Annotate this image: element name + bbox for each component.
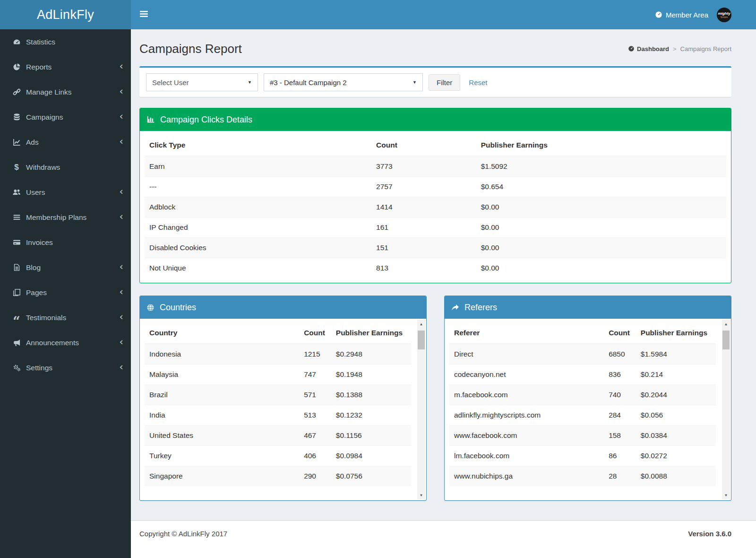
table-cell: Not Unique <box>145 258 371 279</box>
sidebar-item-withdraws[interactable]: $ Withdraws <box>0 155 131 180</box>
table-row: IP Changed161$0.00 <box>145 218 726 238</box>
scroll-up-arrow[interactable]: ▲ <box>722 320 730 328</box>
table-cell: $0.1948 <box>331 365 411 385</box>
bullhorn-icon <box>11 339 22 347</box>
avatar[interactable]: mighty Scripts <box>717 8 731 22</box>
table-row: ---2757$0.654 <box>145 177 726 197</box>
chevron-left-icon: ‹ <box>120 112 123 122</box>
sidebar-item-membership-plans[interactable]: Membership Plans ‹ <box>0 205 131 230</box>
breadcrumb-dashboard-link[interactable]: Dashboard <box>628 45 669 52</box>
table-row: Malaysia747$0.1948 <box>145 365 411 385</box>
copyright-text: Copyright © AdLinkFly 2017 <box>139 530 227 558</box>
sidebar-item-label: Invoices <box>26 238 123 247</box>
table-cell: 6850 <box>604 344 636 365</box>
table-cell: $0.2044 <box>636 385 716 405</box>
campaign-select[interactable]: #3 - Default Campaign 2 ▼ <box>264 73 423 91</box>
table-cell: $1.5984 <box>636 344 716 365</box>
user-select-value: Select User <box>152 78 189 87</box>
breadcrumb-current: Campaigns Report <box>680 45 731 52</box>
table-cell: 290 <box>299 466 331 487</box>
sidebar-item-users[interactable]: Users ‹ <box>0 180 131 205</box>
hamburger-icon <box>140 10 148 19</box>
table-cell: 3773 <box>371 156 476 177</box>
filter-button[interactable]: Filter <box>429 74 460 91</box>
scroll-up-arrow[interactable]: ▲ <box>417 320 425 328</box>
share-arrow-icon <box>451 304 459 312</box>
scroll-down-arrow[interactable]: ▼ <box>722 491 730 499</box>
sidebar-item-manage-links[interactable]: Manage Links ‹ <box>0 79 131 105</box>
table-row: Singapore290$0.0756 <box>145 466 411 487</box>
member-area-link[interactable]: Member Area <box>655 11 708 19</box>
table-cell: $0.0088 <box>636 466 716 487</box>
table-cell: $0.0756 <box>331 466 411 487</box>
chevron-left-icon: ‹ <box>120 362 123 372</box>
sidebar-item-settings[interactable]: Settings ‹ <box>0 355 131 380</box>
table-cell: 284 <box>604 405 636 426</box>
sidebar-item-statistics[interactable]: Statistics <box>0 29 131 54</box>
table-row: Indonesia1215$0.2948 <box>145 344 411 365</box>
table-row: India513$0.1232 <box>145 405 411 426</box>
caret-down-icon: ▼ <box>248 80 252 85</box>
table-header-row: Click Type Count Publisher Earnings <box>145 135 726 156</box>
table-cell: Turkey <box>145 446 299 466</box>
column-header: Publisher Earnings <box>636 323 716 344</box>
database-icon <box>11 113 22 121</box>
chevron-left-icon: ‹ <box>120 87 123 96</box>
chevron-left-icon: ‹ <box>120 187 123 197</box>
scroll-down-arrow[interactable]: ▼ <box>417 491 425 499</box>
gauge-icon <box>655 11 662 18</box>
sidebar-item-announcements[interactable]: Announcements ‹ <box>0 330 131 355</box>
sidebar-item-ads[interactable]: Ads ‹ <box>0 130 131 155</box>
table-cell: 86 <box>604 446 636 466</box>
column-header: Publisher Earnings <box>476 135 726 156</box>
footer: Copyright © AdLinkFly 2017 Version 3.6.0 <box>131 520 756 558</box>
sidebar-item-label: Reports <box>26 63 120 71</box>
bar-chart-icon <box>146 115 155 124</box>
gauge-icon <box>628 45 635 52</box>
sidebar-item-reports[interactable]: Reports ‹ <box>0 54 131 79</box>
sidebar-toggle-button[interactable] <box>131 0 157 29</box>
sidebar-item-blog[interactable]: Blog ‹ <box>0 255 131 280</box>
sidebar-item-label: Announcements <box>26 339 120 347</box>
table-cell: 836 <box>604 365 636 385</box>
table-cell: Disabled Cookies <box>145 238 371 258</box>
table-cell: $0.00 <box>476 258 726 279</box>
table-cell: United States <box>145 426 299 446</box>
countries-table: Country Count Publisher Earnings Indones… <box>145 323 411 486</box>
table-cell: 467 <box>299 426 331 446</box>
table-cell: $0.0984 <box>331 446 411 466</box>
link-icon <box>11 88 22 96</box>
referers-header: Referers <box>445 296 731 319</box>
scroll-thumb[interactable] <box>722 331 730 349</box>
pie-chart-icon <box>11 63 22 71</box>
table-row: www.facebook.com158$0.0384 <box>449 426 716 446</box>
table-cell: $0.00 <box>476 197 726 218</box>
referers-table: Referer Count Publisher Earnings Direct6… <box>449 323 716 486</box>
user-select[interactable]: Select User ▼ <box>146 73 258 91</box>
countries-scrollbar[interactable]: ▲ ▼ <box>417 320 425 499</box>
avatar-text: mighty <box>718 11 730 16</box>
table-cell: $0.1388 <box>331 385 411 405</box>
table-cell: $0.00 <box>476 218 726 238</box>
sidebar-item-pages[interactable]: Pages ‹ <box>0 280 131 305</box>
breadcrumb: Dashboard > Campaigns Report <box>628 45 731 52</box>
referers-scrollbar[interactable]: ▲ ▼ <box>722 320 730 499</box>
scroll-thumb[interactable] <box>418 331 425 349</box>
table-row: Disabled Cookies151$0.00 <box>145 238 726 258</box>
table-cell: Brazil <box>145 385 299 405</box>
table-cell: 571 <box>299 385 331 405</box>
brand-logo[interactable]: AdLinkFly <box>0 0 131 29</box>
table-cell: $0.0272 <box>636 446 716 466</box>
sidebar-item-invoices[interactable]: Invoices <box>0 230 131 255</box>
table-row: Not Unique813$0.00 <box>145 258 726 279</box>
reset-link[interactable]: Reset <box>469 78 487 87</box>
sidebar-item-testimonials[interactable]: “ Testimonials ‹ <box>0 305 131 330</box>
table-cell: IP Changed <box>145 218 371 238</box>
countries-panel: Countries Country Count Publisher Earnin… <box>139 296 427 501</box>
avatar-subtext: Scripts <box>721 16 728 18</box>
line-chart-icon <box>11 138 22 146</box>
sidebar-item-campaigns[interactable]: Campaigns ‹ <box>0 105 131 130</box>
table-cell: lm.facebook.com <box>449 446 604 466</box>
campaign-select-value: #3 - Default Campaign 2 <box>270 78 347 87</box>
chevron-left-icon: ‹ <box>120 262 123 272</box>
